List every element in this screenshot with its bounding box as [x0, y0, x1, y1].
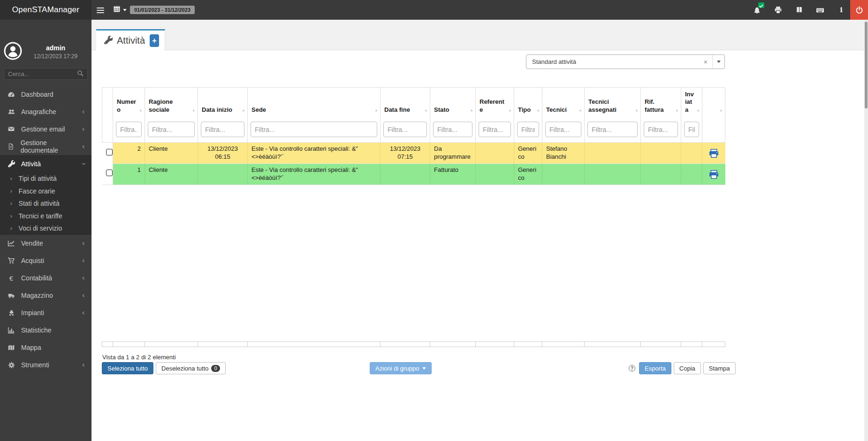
filter-input-stato[interactable]	[433, 122, 472, 137]
copy-button[interactable]: Copia	[674, 362, 701, 374]
sidebar-item-mappa[interactable]: Mappa	[0, 339, 91, 356]
cell-stato: Da programmare	[430, 143, 476, 164]
row-checkbox[interactable]	[106, 170, 113, 176]
column-header-stato[interactable]: Stato▲	[430, 88, 476, 116]
column-header-tipo[interactable]: Tipo▲	[514, 88, 542, 116]
chevron-down-icon	[123, 9, 127, 11]
column-header-referente[interactable]: Referente▲	[476, 88, 514, 116]
chevron-down-icon: ‹	[80, 162, 87, 165]
sidebar-item-dashboard[interactable]: Dashboard	[0, 85, 91, 103]
export-button[interactable]: Esporta	[639, 362, 671, 374]
shortcuts-keyboard-icon[interactable]	[816, 6, 824, 14]
table-row: 2 Cliente 13/12/2023 06:15 Este - Via co…	[102, 143, 725, 164]
column-header-inviata[interactable]: Inviata▲	[681, 88, 702, 116]
sidebar-item-contabilita[interactable]: € Contabilità ‹	[0, 270, 91, 287]
filter-input-data-fine[interactable]	[383, 122, 427, 137]
search-icon[interactable]	[77, 70, 84, 78]
user-name: admin	[22, 44, 90, 52]
sidebar-item-impianti[interactable]: Impianti ‹	[0, 304, 91, 322]
sort-icon: ▲	[536, 108, 540, 113]
notifications-bell-icon[interactable]	[753, 6, 761, 14]
filter-input-rif-fattura[interactable]	[644, 122, 678, 137]
print-row-button[interactable]	[709, 170, 719, 181]
sort-icon: ▲	[139, 108, 143, 113]
envelope-icon	[7, 125, 16, 132]
calendar-icon	[113, 5, 121, 15]
saved-filter-select[interactable]: Standard attività ×	[526, 54, 725, 69]
sidebar-item-tecnici-e-tariffe[interactable]: ›Tecnici e tariffe	[0, 210, 91, 223]
row-checkbox[interactable]	[106, 149, 113, 155]
date-range-badge[interactable]: 01/01/2023 - 31/12/2023	[130, 6, 195, 14]
sort-icon: ▲	[579, 108, 582, 113]
column-header-tecnici[interactable]: Tecnici▲	[542, 88, 585, 116]
truck-icon	[7, 292, 16, 299]
documentation-book-icon[interactable]	[795, 6, 803, 14]
search-input[interactable]	[8, 70, 77, 77]
filter-input-data-inizio[interactable]	[201, 122, 244, 137]
results-summary: Vista da 1 a 2 di 2 elementi	[102, 354, 176, 361]
sidebar-item-gestione-email[interactable]: Gestione email ‹	[0, 120, 91, 138]
sort-icon: ▲	[696, 108, 700, 113]
sidebar-item-anagrafiche[interactable]: Anagrafiche ‹	[0, 103, 91, 120]
wrench-icon	[7, 160, 16, 167]
print-icon[interactable]	[774, 6, 782, 14]
sidebar-item-vendite[interactable]: Vendite ‹	[0, 235, 91, 252]
filter-input-tecnici-assegnati[interactable]	[587, 122, 638, 137]
select-all-button[interactable]: Seleziona tutto	[102, 362, 153, 374]
help-icon[interactable]: ?	[629, 365, 635, 371]
filter-input-numero[interactable]	[116, 122, 142, 137]
clear-selection-icon[interactable]: ×	[699, 58, 712, 66]
column-header-data-fine[interactable]: Data fine▲	[381, 88, 430, 116]
sidebar-item-tipi-di-attivita[interactable]: ›Tipi di attività	[0, 172, 91, 185]
sidebar-item-gestione-documentale[interactable]: Gestione documentale ‹	[0, 138, 91, 155]
cell-tipo: Generico	[514, 164, 542, 185]
calendar-picker[interactable]	[113, 5, 127, 15]
page-title: Attività	[117, 35, 145, 46]
sidebar-item-acquisti[interactable]: Acquisti ‹	[0, 252, 91, 270]
column-header-rif-fattura[interactable]: Rif. fattura▲	[641, 88, 681, 116]
gear-icon	[7, 362, 16, 369]
sort-icon: ▲	[242, 108, 245, 113]
print-row-button[interactable]	[709, 149, 719, 160]
sidebar-item-attivita[interactable]: Attività ‹	[0, 155, 91, 172]
deselect-all-button[interactable]: Deseleziona tutto 0	[156, 362, 226, 374]
sidebar-item-voci-di-servizio[interactable]: ›Voci di servizio	[0, 222, 91, 235]
sidebar-item-magazzino[interactable]: Magazzino ‹	[0, 287, 91, 304]
scrollbar-thumb[interactable]	[865, 22, 868, 108]
filter-input-tipo[interactable]	[517, 122, 539, 137]
tab-attivita[interactable]: Attività +	[96, 29, 165, 51]
selected-filter-value: Standard attività	[526, 58, 699, 65]
filter-input-tecnici[interactable]	[545, 122, 581, 137]
logout-power-button[interactable]	[850, 0, 868, 20]
filter-input-referente[interactable]	[479, 122, 511, 137]
sidebar-item-stati-di-attivita[interactable]: ›Stati di attività	[0, 197, 91, 210]
column-header-data-inizio[interactable]: Data inizio▲	[198, 88, 248, 116]
print-button[interactable]: Stampa	[703, 362, 736, 374]
app-logo: OpenSTAManager	[0, 0, 91, 20]
select-dropdown-arrow[interactable]	[712, 55, 724, 69]
notification-check-badge	[758, 2, 764, 8]
sidebar-item-statistiche[interactable]: Statistiche	[0, 322, 91, 339]
filter-input-sede[interactable]	[251, 122, 377, 137]
sort-icon: ▲	[675, 108, 679, 113]
bar-chart-icon	[7, 326, 16, 334]
add-record-button[interactable]: +	[150, 34, 159, 47]
column-header-ragione-sociale[interactable]: Ragione sociale▲	[145, 88, 198, 116]
column-header-numero[interactable]: Numero▲	[113, 88, 145, 116]
chart-line-icon	[7, 240, 16, 247]
chevron-left-icon: ‹	[82, 361, 85, 369]
menu-toggle-icon[interactable]	[97, 6, 105, 14]
group-actions-button[interactable]: Azioni di gruppo	[370, 362, 432, 374]
sidebar-item-fasce-orarie[interactable]: ›Fasce orarie	[0, 185, 91, 198]
filter-input-inviata[interactable]	[684, 122, 699, 137]
info-icon[interactable]: i	[837, 6, 845, 14]
column-header-tecnici-assegnati[interactable]: Tecnici assegnati▲	[585, 88, 641, 116]
selection-actions: Seleziona tutto Deseleziona tutto 0	[102, 362, 226, 374]
chevron-left-icon: ‹	[82, 257, 85, 264]
column-header-sede[interactable]: Sede▲	[248, 88, 381, 116]
cell-stato: Fatturato	[430, 164, 476, 185]
filter-input-ragione-sociale[interactable]	[148, 122, 195, 137]
chevron-right-icon: ›	[10, 200, 13, 207]
sidebar-item-strumenti[interactable]: Strumenti ‹	[0, 356, 91, 374]
cell-data-inizio	[198, 164, 248, 185]
